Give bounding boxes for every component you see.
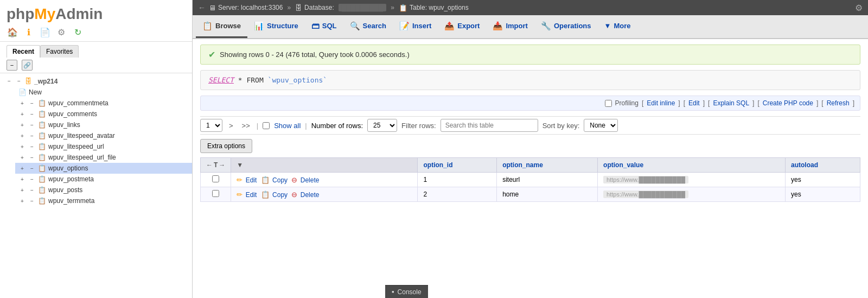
tree-table-posts[interactable]: + − 📋 wpuv_posts — [15, 185, 192, 195]
structure-icon: 📊 — [254, 21, 264, 31]
tab-structure[interactable]: 📊 Structure — [247, 16, 305, 38]
show-all-link[interactable]: Show all — [274, 122, 301, 130]
col-t-icon: T — [214, 161, 218, 169]
tab-favorites[interactable]: Favorites — [40, 45, 79, 58]
table7-label: wpuv_options — [48, 164, 88, 172]
table8-label: wpuv_postmeta — [48, 175, 94, 183]
search-table-input[interactable] — [441, 119, 538, 132]
table-label: wpuv_commentmeta — [48, 99, 108, 107]
select-all-checkbox[interactable] — [263, 122, 270, 129]
tree-table-postmeta[interactable]: + − 📋 wpuv_postmeta — [15, 174, 192, 185]
profiling-checkbox[interactable] — [605, 100, 612, 107]
edit-link[interactable]: Edit — [688, 99, 700, 107]
actions-sort-icon[interactable]: ▼ — [237, 161, 243, 169]
tab-operations[interactable]: 🔧 Operations — [534, 16, 598, 38]
back-arrow-icon[interactable]: ← — [198, 3, 206, 12]
insert-label: Insert — [412, 22, 431, 30]
tab-more[interactable]: ▼ More — [598, 16, 637, 37]
tree-db-item[interactable]: − − 🗄 _wp214 — [0, 75, 192, 87]
row2-option-value: https://www.███████████ — [598, 187, 786, 202]
sql-from: FROM — [246, 76, 263, 84]
nav-tabs: 📋 Browse 📊 Structure 🗃 SQL 🔍 Search 📝 In… — [193, 15, 868, 39]
table10-label: wpuv_termmeta — [48, 197, 94, 205]
row1-edit-link[interactable]: ✏ Edit — [237, 176, 258, 184]
tab-sql[interactable]: 🗃 SQL — [305, 16, 343, 37]
next-page-btn[interactable]: > — [227, 121, 235, 131]
db-icon: 🗄 — [25, 77, 32, 85]
th-autoload[interactable]: autoload — [786, 158, 860, 173]
tab-search[interactable]: 🔍 Search — [343, 16, 393, 38]
table9-label: wpuv_posts — [48, 186, 82, 194]
tab-import[interactable]: 📥 Import — [486, 16, 534, 38]
row1-option-id: 1 — [418, 173, 497, 187]
table5-icon: 📋 — [38, 143, 46, 150]
doc-icon[interactable]: 📄 — [39, 26, 51, 38]
info-icon[interactable]: ℹ — [23, 26, 35, 38]
bracket6: ] — [752, 99, 754, 107]
server-label: Server: localhost:3306 — [218, 4, 283, 11]
t5-expand-icon: + — [18, 143, 26, 150]
tree-table-litespeed-url[interactable]: + − 📋 wpuv_litespeed_url — [15, 141, 192, 152]
table4-icon: 📋 — [38, 132, 46, 140]
row2-copy-link[interactable]: 📋 Copy — [261, 191, 290, 199]
table4-label: wpuv_litespeed_avatar — [48, 132, 115, 140]
bc-gear-icon[interactable]: ⚙ — [855, 3, 863, 13]
tree-table-litespeed-avatar[interactable]: + − 📋 wpuv_litespeed_avatar — [15, 130, 192, 141]
tab-insert[interactable]: 📝 Insert — [393, 16, 438, 38]
table9-icon: 📋 — [38, 186, 46, 194]
t3-expand-icon: + — [18, 121, 26, 129]
home-icon[interactable]: 🏠 — [7, 26, 18, 38]
bracket1: [ — [642, 99, 643, 107]
tree-table-termmeta[interactable]: + − 📋 wpuv_termmeta — [15, 195, 192, 206]
sort-key-select[interactable]: None — [584, 119, 618, 132]
tree-table-litespeed-url-file[interactable]: + − 📋 wpuv_litespeed_url_file — [15, 152, 192, 163]
tree-new[interactable]: 📄 New — [15, 87, 192, 98]
explain-sql-link[interactable]: Explain SQL — [713, 99, 749, 107]
num-rows-select[interactable]: 25 50 100 — [367, 119, 397, 132]
row1-copy-label: Copy — [272, 176, 288, 184]
tree-table-comments[interactable]: + − 📋 wpuv_comments — [15, 109, 192, 119]
th-option-id[interactable]: option_id — [418, 158, 497, 173]
bracket10: ] — [853, 99, 854, 107]
option-name-label: option_name — [502, 161, 543, 169]
sql-display: SELECT * FROM `wpuv_options` — [200, 70, 860, 90]
row1-checkbox[interactable] — [212, 175, 219, 182]
row1-checkbox-cell — [201, 173, 231, 187]
collapse-all-btn[interactable]: − — [7, 60, 17, 71]
table3-label: wpuv_links — [48, 121, 80, 129]
row2-delete-label: Delete — [301, 191, 320, 199]
row2-copy-label: Copy — [272, 191, 288, 199]
create-php-link[interactable]: Create PHP code — [763, 99, 813, 107]
logo-icons: 🏠 ℹ 📄 ⚙ ↻ — [7, 26, 186, 38]
tab-recent[interactable]: Recent — [7, 45, 40, 58]
tree-table-commentmeta[interactable]: + − 📋 wpuv_commentmeta — [15, 98, 192, 109]
extra-options-button[interactable]: Extra options — [200, 139, 252, 153]
sort-key-label: Sort by key: — [542, 122, 580, 130]
console-bar[interactable]: ▪ Console — [385, 285, 428, 298]
row1-delete-link[interactable]: ⊖ Delete — [291, 176, 319, 184]
tab-browse[interactable]: 📋 Browse — [196, 16, 247, 38]
th-option-value[interactable]: option_value — [598, 158, 786, 173]
gear-icon[interactable]: ⚙ — [55, 26, 67, 38]
row1-delete-label: Delete — [301, 176, 320, 184]
th-option-name[interactable]: option_name — [497, 158, 598, 173]
tree-table-links[interactable]: + − 📋 wpuv_links — [15, 119, 192, 130]
insert-icon: 📝 — [399, 21, 410, 31]
link-btn[interactable]: 🔗 — [22, 60, 33, 71]
browse-label: Browse — [215, 22, 241, 30]
refresh-icon[interactable]: ↻ — [72, 26, 84, 38]
search-label: Search — [363, 22, 386, 30]
expand-icon: − — [5, 78, 13, 85]
tree-table-options[interactable]: + − 📋 wpuv_options — [15, 163, 192, 174]
edit-inline-link[interactable]: Edit inline — [647, 99, 675, 107]
last-page-btn[interactable]: >> — [240, 121, 252, 131]
t2-expand-icon: + — [18, 110, 26, 118]
row2-delete-link[interactable]: ⊖ Delete — [291, 191, 319, 199]
search-tab-icon: 🔍 — [350, 21, 360, 31]
row1-copy-link[interactable]: 📋 Copy — [261, 176, 290, 184]
row2-checkbox[interactable] — [212, 190, 219, 197]
row2-edit-link[interactable]: ✏ Edit — [237, 191, 258, 199]
page-select[interactable]: 1 — [200, 119, 222, 132]
tab-export[interactable]: 📤 Export — [438, 16, 486, 38]
refresh-link[interactable]: Refresh — [827, 99, 850, 107]
